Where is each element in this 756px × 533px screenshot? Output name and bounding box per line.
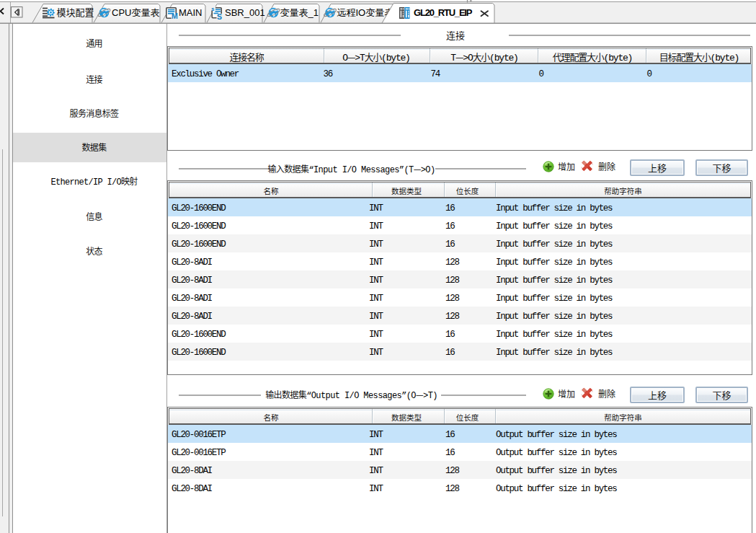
- svg-text:远程IO变量表: 远程IO变量表: [337, 7, 394, 18]
- svg-text:SBR_001: SBR_001: [225, 7, 265, 18]
- svg-text:模块配置: 模块配置: [57, 5, 94, 19]
- svg-text:S: S: [217, 12, 222, 21]
- svg-text:M: M: [172, 12, 178, 20]
- svg-text:MAIN: MAIN: [179, 7, 203, 18]
- svg-text:变量表_1: 变量表_1: [280, 7, 319, 18]
- svg-text:CPU变量表: CPU变量表: [112, 7, 159, 18]
- svg-text:GL20_RTU_EIP: GL20_RTU_EIP: [414, 7, 473, 18]
- svg-text:s: s: [211, 6, 214, 12]
